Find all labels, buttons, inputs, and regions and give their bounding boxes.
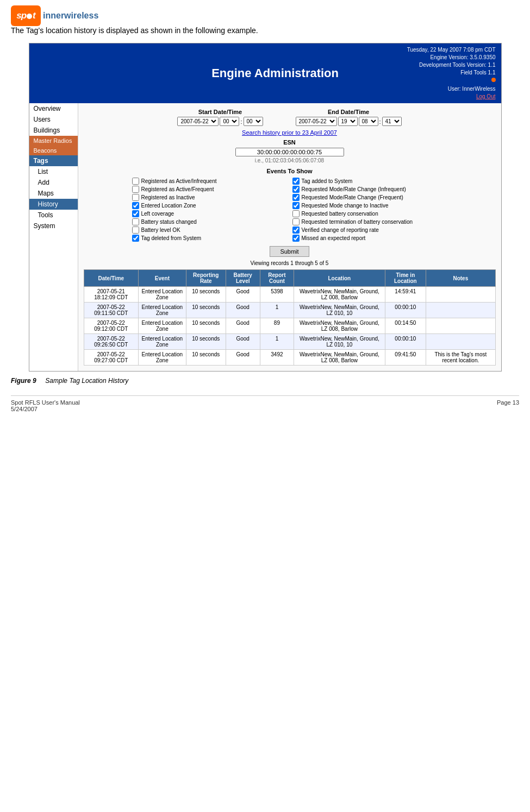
cell-row2-col2: 10 seconds [186, 318, 226, 334]
cell-row0-col0: 2007-05-21 18:12:09 CDT [84, 287, 139, 303]
sidebar-item-beacons[interactable]: Beacons [29, 146, 78, 155]
history-table: Date/Time Event Reporting Rate Battery L… [84, 269, 496, 366]
viewing-info: Viewing records 1 through 5 of 5 [84, 260, 496, 266]
cell-row3-col7 [426, 334, 495, 350]
app-container: Engine Administration Tuesday, 22 May 20… [29, 43, 502, 372]
table-row: 2007-05-21 18:12:09 CDTEntered Location … [84, 287, 495, 303]
cell-row4-col0: 2007-05-22 09:27:00 CDT [84, 350, 139, 366]
event-term-battery-check[interactable] [292, 218, 300, 225]
cell-row3-col0: 2007-05-22 09:26:50 CDT [84, 334, 139, 350]
submit-button[interactable]: Submit [270, 246, 309, 257]
cell-row3-col1: Entered Location Zone [139, 334, 186, 350]
event-left-coverage-check[interactable] [132, 210, 139, 217]
event-mode-rate-frequent-check[interactable] [292, 194, 300, 201]
cell-row1-col5: WavetrixNew, NewMain, Ground, LZ 010, 10 [294, 303, 385, 318]
datetime-row: Start Date/Time 2007-05-22 00 : 00 [84, 109, 496, 126]
sidebar-item-tools[interactable]: Tools [29, 210, 78, 221]
logout-link[interactable]: Log Out [407, 93, 496, 100]
cell-row4-col1: Entered Location Zone [139, 350, 186, 366]
sidebar-section-tags[interactable]: Tags [29, 155, 78, 166]
event-battery-status: Battery status changed [132, 218, 287, 225]
event-registered-inactive-check[interactable] [132, 194, 139, 201]
cell-row2-col4: 89 [260, 318, 294, 334]
cell-row1-col0: 2007-05-22 09:11:50 CDT [84, 303, 139, 318]
cell-row0-col5: WavetrixNew, NewMain, Ground, LZ 008, Ba… [294, 287, 385, 303]
cell-row1-col1: Entered Location Zone [139, 303, 186, 318]
cell-row0-col7 [426, 287, 495, 303]
app-header: Engine Administration Tuesday, 22 May 20… [29, 43, 501, 103]
event-tag-added-check[interactable] [292, 178, 300, 185]
col-datetime: Date/Time [84, 270, 139, 287]
event-registered-infrequent-check[interactable] [132, 178, 139, 185]
intro-text: The Tag’s location history is displayed … [11, 26, 519, 35]
col-location: Location [294, 270, 385, 287]
figure-label: Figure 9 [11, 377, 36, 385]
end-dt-selects: 2007-05-22 19 08 : 41 [296, 117, 402, 126]
cell-row3-col3: Good [226, 334, 260, 350]
sidebar-item-add[interactable]: Add [29, 177, 78, 188]
cell-row2-col3: Good [226, 318, 260, 334]
sidebar-item-system[interactable]: System [29, 221, 78, 231]
events-label: Events To Show [84, 168, 496, 174]
cell-row1-col7 [426, 303, 495, 318]
search-prior-link[interactable]: Search history prior to 23 April 2007 [84, 129, 496, 136]
cell-row4-col2: 10 seconds [186, 350, 226, 366]
submit-row: Submit [84, 246, 496, 257]
sidebar-item-history[interactable]: History [29, 199, 78, 210]
event-mode-inactive-check[interactable] [292, 202, 300, 209]
event-registered-frequent-check[interactable] [132, 186, 139, 193]
col-battery: Battery Level [226, 270, 260, 287]
cell-row0-col3: Good [226, 287, 260, 303]
start-date-select[interactable]: 2007-05-22 [177, 117, 219, 126]
cell-row2-col6: 00:14:50 [385, 318, 426, 334]
cell-row1-col6: 00:00:10 [385, 303, 426, 318]
col-event: Event [139, 270, 186, 287]
app-body: Overview Users Buildings Master Radios B… [29, 103, 501, 371]
end-min-select[interactable]: 08 [359, 117, 378, 126]
sidebar-item-maps[interactable]: Maps [29, 188, 78, 199]
cell-row2-col5: WavetrixNew, NewMain, Ground, LZ 008, Ba… [294, 318, 385, 334]
col-count: Report Count [260, 270, 294, 287]
event-missed-report: Missed an expected report [292, 235, 447, 242]
sidebar-item-overview[interactable]: Overview [29, 103, 78, 114]
end-date-select[interactable]: 2007-05-22 [296, 117, 337, 126]
cell-row1-col4: 1 [260, 303, 294, 318]
start-min-select[interactable]: 00 [244, 117, 263, 126]
event-missed-report-check[interactable] [292, 235, 300, 242]
footer-left: Spot RFLS User's Manual [11, 399, 80, 406]
event-tag-added: Tag added to System [292, 178, 447, 185]
sidebar-item-master-radios[interactable]: Master Radios [29, 136, 78, 146]
event-verified-rate-check[interactable] [292, 226, 300, 234]
esn-input[interactable] [235, 148, 344, 156]
events-grid: Registered as Active/Infrequent Tag adde… [132, 178, 447, 242]
start-hour-select[interactable]: 00 [220, 117, 239, 126]
cell-row0-col2: 10 seconds [186, 287, 226, 303]
col-notes: Notes [426, 270, 495, 287]
event-entered-location-check[interactable] [132, 202, 139, 209]
event-term-battery: Requested termination of battery conserv… [292, 218, 447, 225]
figure-caption-text: Sample Tag Location History [45, 377, 128, 385]
cell-row4-col7: This is the Tag’s most recent location. [426, 350, 495, 366]
event-tag-deleted-check[interactable] [132, 235, 139, 242]
sidebar-item-buildings[interactable]: Buildings [29, 125, 78, 136]
col-time-in: Time in Location [385, 270, 426, 287]
sidebar-item-list[interactable]: List [29, 166, 78, 177]
cell-row0-col4: 5398 [260, 287, 294, 303]
event-battery-ok-check[interactable] [132, 226, 139, 234]
sidebar-item-users[interactable]: Users [29, 114, 78, 125]
event-mode-rate-infrequent-check[interactable] [292, 186, 300, 193]
end-hour-select[interactable]: 19 [338, 117, 358, 126]
event-battery-conservation-check[interactable] [292, 210, 300, 217]
end-label: End Date/Time [296, 109, 402, 115]
footer-date: 5/24/2007 [11, 406, 80, 412]
cell-row4-col6: 09:41:50 [385, 350, 426, 366]
app-title: Engine Administration [144, 66, 407, 80]
cell-row2-col1: Entered Location Zone [139, 318, 186, 334]
event-battery-ok: Battery level OK [132, 226, 287, 234]
end-sec-select[interactable]: 41 [382, 117, 402, 126]
event-battery-status-check[interactable] [132, 218, 139, 225]
start-label: Start Date/Time [177, 109, 263, 115]
cell-row3-col5: WavetrixNew, NewMain, Ground, LZ 010, 10 [294, 334, 385, 350]
cell-row1-col2: 10 seconds [186, 303, 226, 318]
event-verified-rate: Verified change of reporting rate [292, 226, 447, 234]
